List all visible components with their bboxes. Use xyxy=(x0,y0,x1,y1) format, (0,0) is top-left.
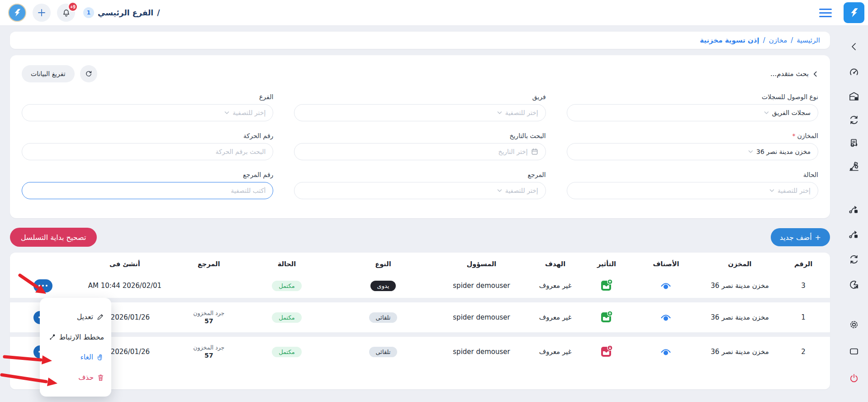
menu-item-link-map[interactable]: مخطط الارتباط xyxy=(40,333,111,341)
reference-select[interactable]: إختر للتصفية xyxy=(294,182,545,199)
chevron-down-icon xyxy=(224,111,229,115)
filter-reference: المرجع إختر للتصفية xyxy=(294,171,545,199)
collapse-chevron-icon[interactable] xyxy=(848,41,860,53)
filter-date: البحث بالتاريخ إختر التاريخ xyxy=(294,132,545,160)
breadcrumb-current: إذن تسوية مخزنية xyxy=(700,36,759,44)
add-quick-button[interactable] xyxy=(33,4,51,22)
table-row: 2 مخزن مدينة نصر 36 غير معروف spider dem… xyxy=(10,337,830,367)
date-picker[interactable]: إختر التاريخ xyxy=(294,143,545,160)
reference-cell: جرد المخزون57 xyxy=(193,344,224,359)
type-badge: يدوى xyxy=(370,281,396,291)
add-new-button[interactable]: + أضف جديد xyxy=(771,228,830,246)
view-items-eye-icon[interactable] xyxy=(660,282,671,290)
access-type-select[interactable]: سجلات الفريق xyxy=(567,104,818,121)
breadcrumb-section[interactable]: مخازن xyxy=(769,36,787,44)
chevron-left-icon xyxy=(812,71,818,77)
power-icon[interactable] xyxy=(848,373,860,384)
invoice-icon[interactable] xyxy=(848,137,860,149)
status-select[interactable]: إختر للتصفية xyxy=(567,182,818,199)
view-items-eye-icon[interactable] xyxy=(660,348,671,356)
refresh-icon xyxy=(85,70,93,78)
impact-out-icon xyxy=(601,345,613,359)
menu-item-edit[interactable]: تعديل xyxy=(40,313,111,321)
table-header: الرقم المخزن الأصناف التأثير الهدف المسؤ… xyxy=(10,254,830,273)
fix-sequence-button[interactable]: تصحيح بداية التسلسل xyxy=(10,228,97,247)
breadcrumb: الرئيسية / مخازن / إذن تسوية مخزنية xyxy=(10,32,830,49)
analytics-icon[interactable] xyxy=(848,279,860,291)
dashboard-icon[interactable] xyxy=(848,67,860,78)
filter-team: فريق إختر للتصفية xyxy=(294,93,545,121)
trash-icon xyxy=(97,374,104,381)
team-select[interactable]: إختر للتصفية xyxy=(294,104,545,121)
advanced-search-toggle[interactable]: بحث متقدم... xyxy=(770,70,818,78)
filter-movement-number: رقم الحركة xyxy=(22,132,273,160)
window-icon[interactable] xyxy=(848,345,860,357)
filter-branch: الفرع إختر للتصفية xyxy=(22,93,273,121)
required-asterisk: * xyxy=(792,132,795,139)
sync-icon[interactable] xyxy=(848,114,860,126)
current-branch[interactable]: / الفرع الرئيسي 1 xyxy=(83,7,160,18)
menu-hamburger-icon[interactable] xyxy=(819,9,832,17)
export-data-button[interactable]: تفريغ البيانات xyxy=(22,65,75,82)
workflow-icon[interactable] xyxy=(848,204,860,215)
reference-number-input[interactable] xyxy=(22,182,273,199)
list-actions: + أضف جديد تصحيح بداية التسلسل xyxy=(10,227,830,247)
chevron-down-icon xyxy=(497,189,502,192)
pencil-icon xyxy=(97,313,104,321)
warehouse-icon[interactable] xyxy=(848,91,860,102)
settings-gear-icon[interactable] xyxy=(848,319,860,330)
reference-cell: جرد المخزون57 xyxy=(193,310,224,325)
status-badge: مكتمل xyxy=(272,281,301,291)
filter-warehouses: المخازن* مخزن مدينة نصر 36 xyxy=(567,132,818,160)
notifications-button[interactable]: +9 xyxy=(57,4,75,22)
branch-select[interactable]: إختر للتصفية xyxy=(22,104,273,121)
workflow-icon-2[interactable] xyxy=(848,229,860,240)
type-badge: تلقائى xyxy=(369,347,398,357)
plus-icon xyxy=(37,8,46,17)
hand-truck-icon[interactable] xyxy=(848,160,860,172)
row-actions-button[interactable] xyxy=(33,279,52,292)
link-map-icon xyxy=(49,334,56,340)
impact-in-icon xyxy=(601,279,613,293)
company-logo xyxy=(8,4,26,22)
hand-stop-icon xyxy=(97,354,104,361)
branch-label: الفرع الرئيسي xyxy=(98,8,153,17)
adjustments-table: الرقم المخزن الأصناف التأثير الهدف المسؤ… xyxy=(10,253,830,389)
chevron-down-icon xyxy=(748,150,753,153)
breadcrumb-separator: / xyxy=(791,36,793,44)
sync-icon-2[interactable] xyxy=(848,254,860,265)
calendar-icon xyxy=(531,148,538,155)
chevron-down-icon xyxy=(497,111,502,115)
status-badge: مكتمل xyxy=(272,347,301,357)
app-logo[interactable] xyxy=(844,2,864,23)
status-badge: مكتمل xyxy=(272,312,301,323)
topbar: +9 / الفرع الرئيسي 1 xyxy=(0,0,868,25)
type-badge: تلقائى xyxy=(369,312,398,323)
notifications-count-badge: +9 xyxy=(68,2,78,12)
advanced-search-panel: بحث متقدم... تفريغ البيانات نوع الوصول ل… xyxy=(10,55,830,218)
movement-number-input[interactable] xyxy=(22,143,273,160)
warehouses-select[interactable]: مخزن مدينة نصر 36 xyxy=(567,143,818,160)
table-row: 1 مخزن مدينة نصر 36 غير معروف spider dem… xyxy=(10,302,830,332)
filter-access-type: نوع الوصول للسجلات سجلات الفريق xyxy=(567,93,818,121)
breadcrumb-home[interactable]: الرئيسية xyxy=(797,36,820,44)
impact-in-icon xyxy=(601,311,613,325)
side-rail xyxy=(840,0,868,402)
branch-slash: / xyxy=(157,8,160,17)
plus-icon: + xyxy=(815,233,821,242)
filter-status: الحالة إختر للتصفية xyxy=(567,171,818,199)
view-items-eye-icon[interactable] xyxy=(660,314,671,321)
filter-reference-number: رقم المرجع xyxy=(22,171,273,199)
app-root: +9 / الفرع الرئيسي 1 الرئيسية / مخازن / xyxy=(0,0,868,402)
row-context-menu: تعديل مخطط الارتباط الغاء حذف xyxy=(40,298,111,397)
table-row: 3 مخزن مدينة نصر 36 غير معروف spider dem… xyxy=(10,273,830,298)
branch-count-badge: 1 xyxy=(83,7,94,18)
chevron-down-icon xyxy=(764,111,769,115)
chevron-down-icon xyxy=(769,189,774,192)
breadcrumb-separator: / xyxy=(763,36,765,44)
menu-item-cancel[interactable]: الغاء xyxy=(40,353,111,361)
refresh-button[interactable] xyxy=(80,65,97,82)
menu-item-delete[interactable]: حذف xyxy=(40,373,111,382)
